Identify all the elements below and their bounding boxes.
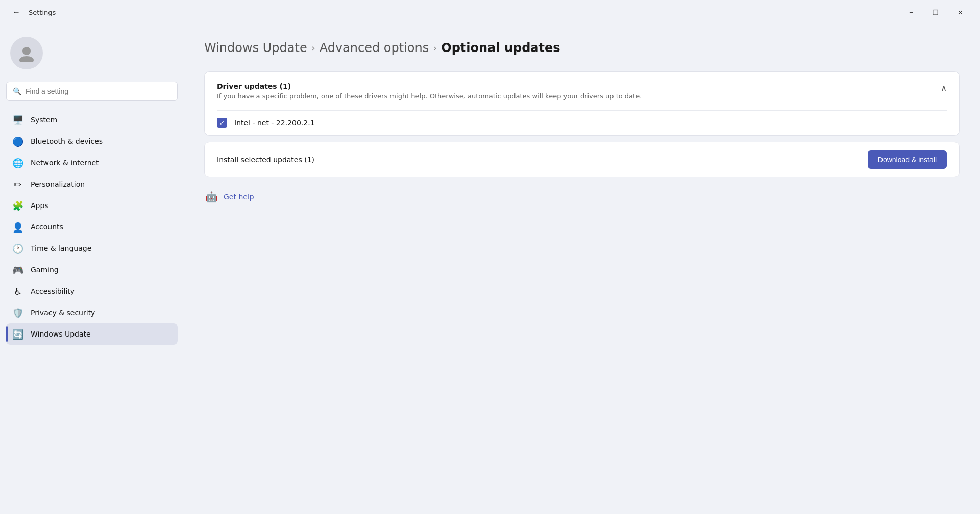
download-install-button[interactable]: Download & install — [868, 150, 947, 169]
avatar-section — [6, 29, 178, 82]
personalization-icon: ✏️ — [12, 178, 23, 190]
apps-icon: 🧩 — [12, 200, 23, 211]
sidebar-item-bluetooth[interactable]: 🔵 Bluetooth & devices — [6, 131, 178, 152]
sidebar-item-label-bluetooth: Bluetooth & devices — [31, 137, 103, 145]
avatar[interactable] — [10, 37, 43, 69]
sidebar-item-accessibility[interactable]: ♿ Accessibility — [6, 280, 178, 302]
sidebar-item-label-privacy: Privacy & security — [31, 309, 95, 317]
driver-item: ✓ Intel - net - 22.200.2.1 — [205, 111, 959, 135]
install-selected-label: Install selected updates (1) — [217, 156, 314, 164]
sidebar-item-time[interactable]: 🕐 Time & language — [6, 238, 178, 259]
network-icon: 🌐 — [12, 157, 23, 168]
breadcrumb-windows-update[interactable]: Windows Update — [204, 41, 307, 55]
sidebar-item-apps[interactable]: 🧩 Apps — [6, 195, 178, 216]
sidebar-item-label-accessibility: Accessibility — [31, 287, 75, 295]
breadcrumb-sep-2: › — [433, 42, 437, 54]
bluetooth-icon: 🔵 — [12, 136, 23, 147]
nav-list: 🖥️ System 🔵 Bluetooth & devices 🌐 Networ… — [6, 109, 178, 345]
get-help[interactable]: 🤖 Get help — [204, 190, 960, 204]
restore-button[interactable]: ❐ — [924, 4, 947, 20]
driver-checkbox[interactable]: ✓ — [217, 118, 227, 128]
sidebar-item-label-accounts: Accounts — [31, 223, 63, 231]
sidebar-item-accounts[interactable]: 👤 Accounts — [6, 216, 178, 238]
system-icon: 🖥️ — [12, 114, 23, 125]
chevron-up-icon: ∧ — [941, 83, 947, 93]
sidebar-item-label-time: Time & language — [31, 244, 91, 252]
breadcrumb-advanced-options[interactable]: Advanced options — [320, 41, 429, 55]
svg-point-1 — [19, 56, 34, 62]
sidebar-item-privacy[interactable]: 🛡️ Privacy & security — [6, 302, 178, 323]
main-layout: 🔍 🖥️ System 🔵 Bluetooth & devices 🌐 Netw… — [0, 24, 980, 514]
sidebar-item-gaming[interactable]: 🎮 Gaming — [6, 259, 178, 280]
breadcrumb-optional-updates: Optional updates — [441, 41, 560, 55]
driver-updates-card: Driver updates (1) If you have a specifi… — [204, 71, 960, 136]
titlebar-title: Settings — [29, 9, 56, 16]
breadcrumb: Windows Update › Advanced options › Opti… — [204, 41, 960, 55]
sidebar-item-network[interactable]: 🌐 Network & internet — [6, 152, 178, 173]
breadcrumb-sep-1: › — [311, 42, 315, 54]
window-controls: − ❐ ✕ — [899, 4, 972, 20]
titlebar: ← Settings − ❐ ✕ — [0, 0, 980, 24]
get-help-label[interactable]: Get help — [224, 193, 254, 201]
search-icon: 🔍 — [13, 87, 21, 95]
driver-updates-title: Driver updates (1) — [217, 82, 642, 90]
driver-updates-header[interactable]: Driver updates (1) If you have a specifi… — [205, 72, 959, 110]
svg-point-0 — [22, 47, 31, 55]
sidebar: 🔍 🖥️ System 🔵 Bluetooth & devices 🌐 Netw… — [0, 24, 184, 514]
sidebar-item-windows-update[interactable]: 🔄 Windows Update — [6, 323, 178, 345]
sidebar-item-label-network: Network & internet — [31, 159, 99, 167]
time-icon: 🕐 — [12, 243, 23, 254]
driver-label: Intel - net - 22.200.2.1 — [234, 119, 315, 127]
driver-updates-description: If you have a specific problem, one of t… — [217, 92, 642, 100]
sidebar-item-label-apps: Apps — [31, 201, 48, 210]
accounts-icon: 👤 — [12, 221, 23, 233]
windows-update-icon: 🔄 — [12, 328, 23, 340]
help-icon: 🤖 — [204, 190, 218, 204]
sidebar-item-label-personalization: Personalization — [31, 180, 85, 188]
sidebar-item-personalization[interactable]: ✏️ Personalization — [6, 173, 178, 195]
close-button[interactable]: ✕ — [948, 4, 972, 20]
accessibility-icon: ♿ — [12, 286, 23, 297]
sidebar-item-label-windows-update: Windows Update — [31, 330, 91, 338]
sidebar-item-label-system: System — [31, 116, 57, 124]
search-box[interactable]: 🔍 — [6, 82, 178, 101]
gaming-icon: 🎮 — [12, 264, 23, 275]
sidebar-item-system[interactable]: 🖥️ System — [6, 109, 178, 131]
install-bar: Install selected updates (1) Download & … — [204, 142, 960, 177]
back-button[interactable]: ← — [8, 4, 24, 20]
minimize-button[interactable]: − — [899, 4, 923, 20]
sidebar-item-label-gaming: Gaming — [31, 266, 59, 274]
content-area: Windows Update › Advanced options › Opti… — [184, 24, 980, 514]
privacy-icon: 🛡️ — [12, 307, 23, 318]
search-input[interactable] — [26, 87, 171, 95]
